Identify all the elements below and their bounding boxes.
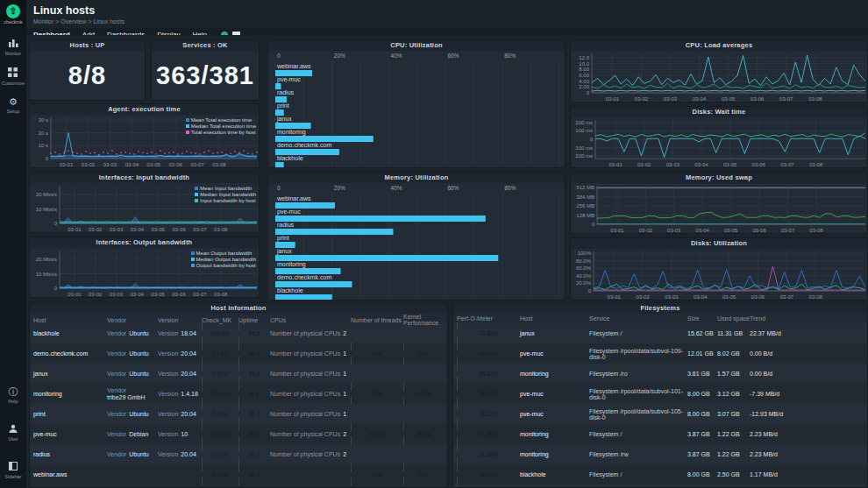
services-ok-value[interactable]: 363/381: [152, 51, 259, 100]
chart-output-bandwidth: 010 Mbit/s20 Mbit/s03-0103-0203-0303-040…: [30, 248, 259, 297]
meter-badge: 39.05%: [457, 383, 520, 405]
svg-text:03-01: 03-01: [606, 96, 620, 102]
perfometer-cell[interactable]: 31.58%: [457, 424, 520, 444]
table-row: 66.81%pve-mucFilesystem /rpool/data/subv…: [453, 343, 867, 364]
meter-value: 1.48 s: [202, 410, 238, 418]
legend-label: Input bandwidth by host: [200, 198, 255, 203]
host-link[interactable]: demo.checkmk.com: [33, 350, 107, 357]
sidebar-item-monitor[interactable]: Monitor: [5, 38, 21, 56]
perfometer-cell[interactable]: 31.31%: [457, 484, 520, 488]
svg-text:60.0%: 60.0%: [576, 265, 592, 271]
service-link[interactable]: Filesystem /: [589, 471, 687, 477]
service-link[interactable]: Filesystem /: [589, 431, 687, 437]
host-link[interactable]: pve-muc: [33, 431, 107, 437]
svg-text:0: 0: [277, 185, 281, 191]
legend-swatch: [195, 199, 198, 202]
vendor-cell: VendorUbuntu: [107, 451, 158, 458]
column-header: Vendor: [107, 317, 158, 323]
meter-value: 81 d: [238, 430, 270, 438]
meter-badge: 31.31%: [457, 484, 520, 488]
hosts-up-value[interactable]: 8/8: [30, 51, 145, 100]
svg-text:512 MB: 512 MB: [576, 185, 594, 190]
host-link[interactable]: janux: [33, 371, 107, 377]
perfometer-cell[interactable]: 31.31%: [457, 464, 520, 484]
sidebar-item-sidebar-toggle[interactable]: Sidebar: [5, 462, 22, 479]
perfometer-cell[interactable]: 31.58%: [457, 444, 520, 464]
meter-value: 2.12 s: [202, 350, 238, 357]
sidebar-item-customize[interactable]: Customize: [2, 67, 25, 86]
svg-text:pve-muc: pve-muc: [277, 76, 301, 83]
service-link[interactable]: Filesystem /rpool/data/subvol-101-disk-0: [589, 388, 687, 400]
kernel-cell: 0/s: [403, 464, 444, 484]
checkmk-logo-label: checkmk: [4, 19, 23, 25]
svg-text:100 ms: 100 ms: [575, 128, 593, 133]
host-link[interactable]: janux: [520, 330, 589, 336]
column-header: Size: [687, 315, 717, 322]
svg-text:demo.checkmk.com: demo.checkmk.com: [277, 142, 331, 148]
sidebar-item-help[interactable]: ⓘ Help: [8, 387, 18, 404]
svg-text:4.00: 4.00: [579, 79, 589, 84]
perfometer-cell[interactable]: 38.32%: [457, 404, 520, 424]
svg-text:03-05: 03-05: [147, 162, 161, 167]
table-row: radiusVendorUbuntuVersion20.041.03 s25 d…: [30, 444, 447, 464]
perfometer-cell[interactable]: 66.81%: [457, 343, 520, 364]
uptime-cell: 97 d: [238, 464, 270, 484]
service-link[interactable]: Filesystem /rpool/data/subvol-105-disk-0: [589, 408, 687, 421]
svg-text:03-03: 03-03: [110, 227, 124, 232]
checkmk-logo[interactable]: ⇧ checkmk: [0, 0, 26, 26]
meter-value: 97 d: [238, 470, 270, 478]
meter-value: 1.46 s: [202, 470, 238, 478]
svg-text:03-07: 03-07: [780, 162, 794, 167]
legend-entry: Total execution time by host: [186, 129, 256, 135]
table-row: 31.58%monitoringFilesystem /3.87 GB1.22 …: [453, 424, 867, 444]
host-link[interactable]: radius: [33, 451, 107, 457]
host-link[interactable]: monitoring: [520, 451, 589, 457]
host-link[interactable]: pve-muc: [520, 391, 589, 397]
host-link[interactable]: webinar.aws: [33, 471, 107, 477]
host-link[interactable]: print: [33, 411, 107, 417]
uptime-cell: 81 d: [238, 323, 270, 343]
trend-cell: 0.00 B/d: [750, 350, 864, 357]
svg-text:03-07: 03-07: [781, 228, 795, 233]
panel-title: CPU: Utilization: [268, 40, 565, 51]
perfometer-cell[interactable]: 43.43%: [457, 364, 520, 384]
svg-text:webinar.aws: webinar.aws: [276, 195, 311, 202]
panel-disks-wait-time: Disks: Wait time 200 ms100 ms0100 ms200 …: [570, 106, 868, 168]
service-link[interactable]: Filesystem /ro: [589, 371, 687, 377]
svg-text:0: 0: [592, 222, 595, 227]
version-cell: Version20.04: [158, 371, 202, 378]
sidebar: ⇧ checkmk Monitor Customize ⚙ Setup ⓘ He…: [0, 0, 26, 488]
perfometer-cell[interactable]: 72.42%: [457, 323, 520, 343]
cpus-cell: Number of physical CPUs2: [270, 431, 351, 438]
service-link[interactable]: Filesystem /: [589, 330, 687, 336]
svg-text:03-01: 03-01: [60, 162, 74, 167]
table-row: 31.31%blackholeFilesystem /8.00 GB2.50 G…: [453, 464, 867, 484]
chart-cpu-utilization: 020%40%60%80%webinar.awspve-mucradiuspri…: [268, 51, 565, 167]
svg-text:03-06: 03-06: [172, 292, 186, 297]
host-link[interactable]: pve-muc: [520, 350, 589, 357]
meter-badge: 31.58%: [457, 423, 520, 445]
table-row: 31.31%pve-mucFilesystem /rpool/data/subv…: [453, 484, 867, 488]
meter-value: 1.16/s: [403, 390, 444, 398]
host-link[interactable]: blackhole: [520, 471, 589, 477]
host-link[interactable]: monitoring: [33, 391, 107, 397]
chart-input-bandwidth: 010 Mbit/s20 Mbit/s03-0103-0203-0303-040…: [30, 183, 259, 232]
size-cell: 15.62 GB: [687, 330, 717, 336]
meter-badge: 980 ms: [202, 322, 238, 344]
host-link[interactable]: monitoring: [520, 371, 589, 377]
sidebar-item-user[interactable]: User: [8, 424, 18, 442]
cpus-cell: Number of physical CPUs1: [270, 411, 351, 418]
sidebar-item-setup[interactable]: ⚙ Setup: [7, 97, 19, 114]
main-area: Linux hosts Monitor > Overview > Linux h…: [26, 0, 868, 488]
perfometer-cell[interactable]: 39.05%: [457, 384, 520, 404]
svg-text:monitoring: monitoring: [277, 261, 306, 268]
meter-badge: 81 d: [238, 403, 270, 425]
host-link[interactable]: blackhole: [33, 330, 107, 336]
service-link[interactable]: Filesystem /rw: [589, 451, 687, 457]
table-header: Perf-O-MeterHostServiceSizeUsed spaceTre…: [453, 314, 867, 323]
used-cell: 2.50 GB: [717, 471, 750, 477]
host-link[interactable]: pve-muc: [520, 411, 589, 417]
size-cell: 3.61 GB: [687, 371, 717, 377]
service-link[interactable]: Filesystem /rpool/data/subvol-109-disk-0: [589, 348, 687, 360]
host-link[interactable]: monitoring: [520, 431, 589, 437]
